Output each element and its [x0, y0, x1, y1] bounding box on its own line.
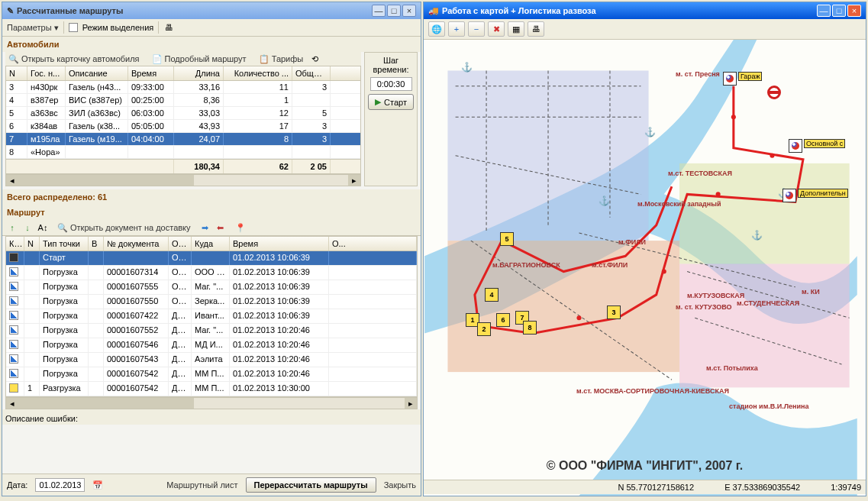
start-button[interactable]: ▶Старт: [368, 94, 414, 110]
svg-rect-4: [679, 163, 850, 264]
flag-icon[interactable]: 📍: [235, 222, 246, 233]
vehicles-toolbar: 🔍 Открыть карточку автомобиля 📄 Подробны…: [5, 52, 361, 66]
poi-marker[interactable]: [789, 139, 802, 153]
route-hscroll[interactable]: ◂▸: [5, 397, 418, 409]
error-desc-label: Описание ошибки:: [2, 409, 421, 425]
close-link[interactable]: Закрыть: [384, 480, 416, 490]
metro-label: м.ст. МОСКВА-СОРТИРОВОЧНАЯ-КИЕВСКАЯ: [576, 387, 729, 395]
route-row[interactable]: Погрузка00001607542До...ММ П...01.02.201…: [6, 367, 417, 382]
metro-label: м. ст. Пресня: [676, 70, 720, 78]
col-o[interactable]: О...: [329, 237, 417, 250]
route-grid[interactable]: К... N Тип точки В № документа От... Куд…: [5, 236, 418, 397]
sort-icon[interactable]: A↕: [37, 222, 48, 233]
route-row[interactable]: Погрузка00001607552До...Маг. "...01.02.2…: [6, 324, 417, 338]
minimize-button[interactable]: —: [372, 5, 386, 17]
vehicle-row[interactable]: 8«Нора»: [6, 146, 360, 159]
col-len[interactable]: Длина: [174, 66, 224, 80]
titlebar[interactable]: ✎Рассчитанные маршруты — □ ×: [2, 2, 421, 19]
map-canvas[interactable]: ⚓ ⚓ ⚓ ⚓ ⚓ м. ст. Пресням.ст. ТЕСТОВСКАЯм…: [424, 40, 866, 496]
poi-marker[interactable]: [782, 189, 796, 202]
move-up-icon[interactable]: ↑: [7, 222, 18, 233]
zoom-in-icon[interactable]: +: [448, 21, 465, 37]
open-delivery-doc-button[interactable]: 🔍 Открыть документ на доставку: [57, 223, 191, 233]
delete-icon[interactable]: ✖: [488, 21, 505, 37]
route-marker[interactable]: 5: [500, 232, 514, 246]
metro-label: м.ст. Потылиха: [706, 364, 758, 372]
route-row[interactable]: 1Разгрузка00001607542До...ММ П...01.02.2…: [6, 382, 417, 396]
col-time2[interactable]: Время: [230, 237, 329, 250]
col-time[interactable]: Время: [128, 66, 174, 80]
col-ot[interactable]: От...: [169, 237, 192, 250]
col-gos[interactable]: Гос. н...: [27, 66, 66, 80]
open-vehicle-card-button[interactable]: 🔍 Открыть карточку автомобиля: [8, 54, 140, 64]
detailed-route-button[interactable]: 📄 Подробный маршрут: [152, 54, 247, 64]
vehicle-row[interactable]: 5а363всЗИЛ (а363вс)06:03:0033,03125: [6, 107, 360, 120]
route-marker[interactable]: 3: [607, 305, 621, 319]
recalculate-button[interactable]: Перерассчитать маршруты: [246, 477, 376, 493]
col-kuda[interactable]: Куда: [192, 237, 230, 250]
map-toolbar: 🌐 + − ✖ ▦ 🖶: [424, 19, 866, 40]
col-b[interactable]: В: [89, 237, 104, 250]
col-desc[interactable]: Описание: [66, 66, 128, 80]
col-nn[interactable]: N: [24, 237, 40, 250]
col-n[interactable]: N: [6, 66, 27, 80]
svg-point-6: [770, 154, 774, 158]
forward-icon[interactable]: ➡: [200, 222, 211, 233]
map-minimize-button[interactable]: —: [817, 5, 831, 17]
route-marker[interactable]: 2: [477, 322, 491, 336]
route-marker[interactable]: 4: [485, 288, 499, 302]
maximize-button[interactable]: □: [387, 5, 401, 17]
refresh-icon[interactable]: ⟲: [309, 53, 320, 64]
step-value[interactable]: 0:00:30: [370, 77, 412, 91]
route-row[interactable]: Погрузка00001607314Ос...ООО "...01.02.20…: [6, 266, 417, 280]
svg-point-7: [716, 192, 721, 196]
route-row[interactable]: Погрузка00001607422До...Ивант...01.02.20…: [6, 309, 417, 324]
col-qty[interactable]: Количество ...: [224, 66, 292, 80]
move-down-icon[interactable]: ↓: [22, 222, 33, 233]
route-row[interactable]: Погрузка00001607546До...МД И...01.02.201…: [6, 338, 417, 353]
anchor-icon: ⚓: [645, 128, 654, 137]
metro-label: м.ст. ТЕСТОВСКАЯ: [668, 170, 732, 177]
date-input[interactable]: 01.02.2013: [35, 478, 85, 492]
route-row[interactable]: СтартОс...01.02.2013 10:06:39: [6, 251, 417, 266]
map-maximize-button[interactable]: □: [832, 5, 846, 17]
print-map-icon[interactable]: 🖶: [528, 21, 544, 37]
globe-icon[interactable]: 🌐: [428, 21, 445, 37]
col-k[interactable]: К...: [6, 237, 24, 250]
vehicles-hscroll[interactable]: ◂▸: [5, 174, 361, 186]
back-icon[interactable]: ⬅: [215, 222, 226, 233]
vehicle-row[interactable]: 4в387ерВИС (в387ер)00:25:008,361: [6, 94, 360, 107]
route-marker[interactable]: 6: [496, 313, 510, 327]
zoom-out-icon[interactable]: −: [468, 21, 485, 37]
col-doc[interactable]: № документа: [104, 237, 169, 250]
route-row[interactable]: Погрузка00001607550Ос...Зерка...01.02.20…: [6, 295, 417, 309]
routes-window: ✎Рассчитанные маршруты — □ × Параметры ▾…: [2, 2, 421, 496]
vehicles-grid[interactable]: N Гос. н... Описание Время Длина Количес…: [5, 66, 361, 174]
vehicle-row[interactable]: 7м195лаГазель (м19...04:04:0024,0783: [6, 133, 360, 146]
svg-point-9: [576, 315, 581, 320]
route-sheet-button[interactable]: Маршрутный лист: [166, 480, 237, 490]
metro-label: м.ФИЛИ: [618, 238, 646, 246]
route-row[interactable]: Погрузка00001607555Ос...Маг. "...01.02.2…: [6, 280, 417, 295]
metro-label: м. ст. КУТУЗОВО: [676, 303, 732, 311]
layers-icon[interactable]: ▦: [508, 21, 524, 37]
poi-marker[interactable]: [723, 72, 737, 86]
route-row[interactable]: Погрузка00001607543До...Аэлита01.02.2013…: [6, 353, 417, 367]
route-section-label: Маршрут: [2, 205, 421, 220]
vehicle-row[interactable]: 3н430ркГазель (н43...09:33:0033,16113: [6, 81, 360, 94]
total-qty: 62: [224, 160, 292, 173]
close-button[interactable]: ×: [402, 5, 416, 17]
route-marker[interactable]: 8: [523, 321, 537, 335]
col-type[interactable]: Тип точки: [40, 237, 89, 250]
map-titlebar[interactable]: 🚚Работа с картой + Логистика развоза — □…: [424, 2, 866, 19]
map-close-button[interactable]: ×: [847, 5, 861, 17]
selection-mode-checkbox[interactable]: [69, 23, 78, 32]
metro-label: м.СТУДЕНЧЕСКАЯ: [737, 299, 799, 307]
print-icon[interactable]: 🖶: [163, 22, 174, 33]
col-total[interactable]: Общий ...: [292, 66, 331, 80]
vehicle-row[interactable]: 6к384авГазель (к38...05:05:0043,93173: [6, 120, 360, 133]
calendar-icon[interactable]: 📅: [92, 480, 103, 490]
tariffs-button[interactable]: 📋 Тарифы: [259, 54, 304, 64]
params-menu[interactable]: Параметры ▾: [7, 23, 59, 33]
metro-label: м.БАГРАТИОНОВСК: [492, 261, 560, 269]
